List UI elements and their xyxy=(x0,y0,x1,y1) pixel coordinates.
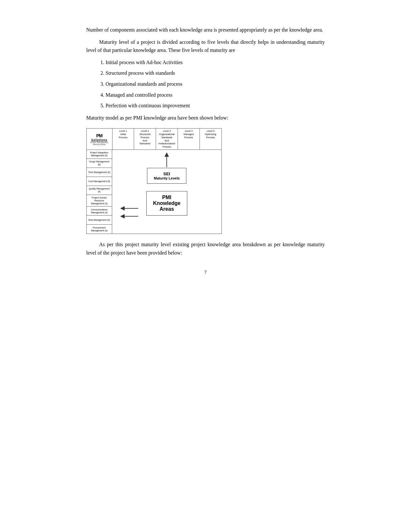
pmi-title: PMI xyxy=(153,195,181,200)
logo-subtitle: Project ManagementMaturity Model xyxy=(90,141,108,145)
level-5-header: Level 5OptimizingProcess xyxy=(200,129,221,150)
list-item-2: Structured process with standards xyxy=(106,69,325,77)
ka-human: Project Human Resource Management (4) xyxy=(87,195,112,207)
ka-quality: Quality Management (4) xyxy=(87,186,112,195)
page-container: Number of components associated with eac… xyxy=(61,0,351,532)
list-item-1: Initial process with Ad-hoc Activities xyxy=(106,58,325,67)
ka-comms: Communications Management (4) xyxy=(87,207,112,216)
list-item-4: Managed and controlled process xyxy=(106,91,325,99)
pmi-subtitle1: Knowledge xyxy=(153,200,181,206)
paragraph-3: Maturity model as per PMI knowledge area… xyxy=(86,114,325,122)
level-2-header: Level 2StructuredProcessAndStandards xyxy=(134,129,156,150)
maturity-body: Project Integration Management (5) Scope… xyxy=(87,150,221,234)
paragraph-1: Number of components associated with eac… xyxy=(86,26,325,34)
maturity-list: Initial process with Ad-hoc Activities S… xyxy=(106,58,325,110)
ka-risk: Risk Management (5) xyxy=(87,216,112,225)
content-boxes: SEI Maturity Levels PMI Knowledge Areas xyxy=(112,150,221,234)
paragraph-2: Maturity level of a project is divided a… xyxy=(86,38,325,54)
pmi-subtitle2: Areas xyxy=(153,206,181,212)
sei-title: SEI xyxy=(154,171,180,176)
maturity-figure: PM Solutions Project ManagementMaturity … xyxy=(86,128,325,234)
paragraph-4: As per this project maturity level exist… xyxy=(86,240,325,257)
page-number: 7 xyxy=(86,270,325,275)
sei-box: SEI Maturity Levels xyxy=(147,168,186,184)
ka-scope: Scope Management (6) xyxy=(87,159,112,168)
knowledge-areas-col: Project Integration Management (5) Scope… xyxy=(87,150,113,234)
level-3-header: Level 3OrganizationalStandardsAndInstitu… xyxy=(156,129,178,150)
ka-integration: Project Integration Management (5) xyxy=(87,150,112,159)
logo-pm: PM xyxy=(96,133,103,138)
logo-solutions: Solutions xyxy=(91,138,107,141)
pmi-box: PMI Knowledge Areas xyxy=(146,191,187,216)
maturity-table: PM Solutions Project ManagementMaturity … xyxy=(86,128,222,234)
ka-cost: Cost Management (5) xyxy=(87,177,112,186)
sei-subtitle: Maturity Levels xyxy=(154,176,180,180)
list-item-3: Organizational standards and process xyxy=(106,80,325,88)
ka-procurement: Procurement Management (4) xyxy=(87,225,112,234)
level-1-header: Level 1InitialProcess xyxy=(113,129,134,150)
logo-cell: PM Solutions Project ManagementMaturity … xyxy=(87,129,113,150)
header-row: PM Solutions Project ManagementMaturity … xyxy=(87,129,221,150)
ka-time: Time Management (5) xyxy=(87,168,112,177)
level-4-header: Level 4ManagedProcess xyxy=(178,129,200,150)
data-area: SEI Maturity Levels PMI Knowledge Areas xyxy=(112,150,221,234)
list-item-5: Perfection with continuous improvement xyxy=(106,102,325,110)
